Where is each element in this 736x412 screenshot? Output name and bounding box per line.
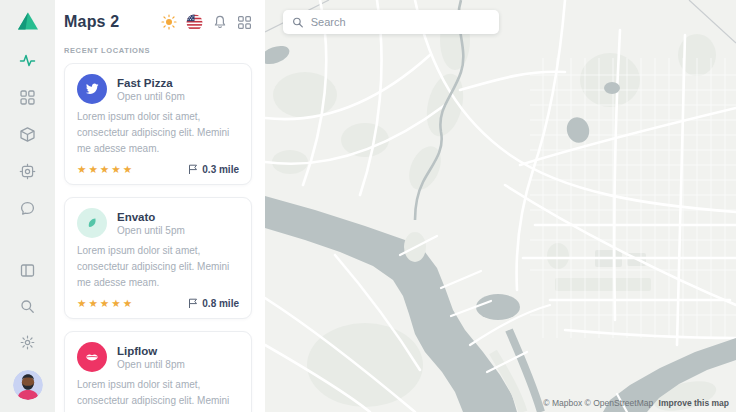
activity-icon[interactable] [19,52,36,69]
section-label: RECENT LOCATIONS [55,31,265,63]
search-icon [292,16,304,29]
location-description: Lorem ipsum dolor sit amet, consectetur … [77,109,239,157]
location-hours: Open until 6pm [117,91,185,102]
location-card-lipflow[interactable]: Lipflow Open until 8pm Lorem ipsum dolor… [64,331,252,412]
flag-icon [188,298,198,309]
recent-locations-list: Fast Pizza Open until 6pm Lorem ipsum do… [55,63,265,412]
sidebar-bottom-nav [13,262,43,400]
box-icon[interactable] [19,126,36,143]
us-flag-icon[interactable] [186,14,203,31]
layout-sidebar-icon[interactable] [19,262,36,279]
map-canvas[interactable]: © Mapbox © OpenStreetMap Improve this ma… [265,0,736,412]
header-icons [161,14,252,31]
triangle-logo-icon [16,10,40,32]
osm-link[interactable]: © OpenStreetMap [585,398,654,408]
distance-badge: 0.8 mile [188,298,239,309]
distance-value: 0.8 mile [202,298,239,309]
rating-stars: ★★★★★ [77,297,134,309]
app-logo[interactable] [16,10,40,36]
apps-grid-icon[interactable] [237,15,252,30]
search-icon[interactable] [19,298,36,315]
sidebar-nav [19,52,36,217]
location-name: Fast Pizza [117,77,185,89]
chat-bubble-icon[interactable] [19,200,36,217]
location-name: Lipflow [117,345,185,357]
location-hours: Open until 8pm [117,359,185,370]
bird-icon [77,74,107,104]
search-input[interactable] [311,16,490,28]
location-hours: Open until 5pm [117,225,185,236]
page-title: Maps 2 [64,13,119,31]
distance-badge: 0.3 mile [188,164,239,175]
map-search-bar [283,10,499,34]
user-avatar[interactable] [13,370,43,400]
flag-icon [188,164,198,175]
panel-header: Maps 2 [55,0,265,31]
improve-map-link[interactable]: Improve this map [659,398,729,408]
lips-icon [77,342,107,372]
avatar-image [13,370,43,400]
location-card-envato[interactable]: Envato Open until 5pm Lorem ipsum dolor … [64,197,252,319]
location-description: Lorem ipsum dolor sit amet, consectetur … [77,243,239,291]
bell-icon[interactable] [212,14,228,30]
mapbox-link[interactable]: © Mapbox [543,398,582,408]
sun-icon[interactable] [161,14,177,30]
locations-panel: Maps 2 [55,0,265,412]
map-tiles [265,0,736,412]
map-attribution: © Mapbox © OpenStreetMap Improve this ma… [543,398,729,408]
gear-icon[interactable] [19,334,36,351]
distance-value: 0.3 mile [202,164,239,175]
location-name: Envato [117,211,185,223]
rating-stars: ★★★★★ [77,163,134,175]
grid-icon[interactable] [19,89,36,106]
location-description: Lorem ipsum dolor sit amet, consectetur … [77,377,239,412]
location-card-fast-pizza[interactable]: Fast Pizza Open until 6pm Lorem ipsum do… [64,63,252,185]
chip-icon[interactable] [19,163,36,180]
sidebar-rail [0,0,55,412]
leaf-icon [77,208,107,238]
